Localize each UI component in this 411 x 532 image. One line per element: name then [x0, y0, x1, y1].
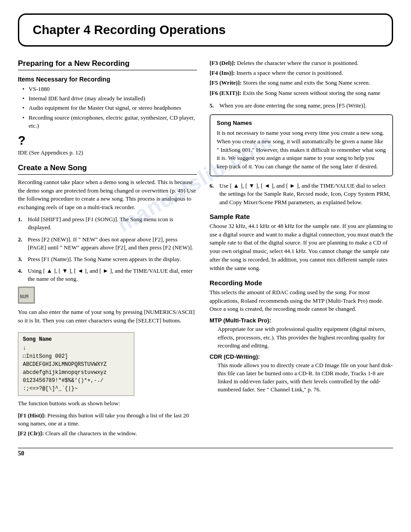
screen-line-3: abcdefghijklmnopqrstuvwxyz — [23, 369, 129, 377]
song-name-screen: Song Name ↓ □InitSong 002] ABCDEFGHIJKLM… — [18, 332, 134, 396]
f6-key: [F6 (EXIT)]: — [210, 90, 241, 96]
icon-note: You can also enter the name of your song… — [18, 308, 197, 325]
sample-rate-title: Sample Rate — [210, 213, 393, 220]
ide-text: IDE (See Appendices p. 12) — [18, 149, 197, 157]
list-item: Audio equipment for the Master Out signa… — [22, 104, 197, 112]
chapter-title: Chapter 4 Recording Operations — [33, 23, 226, 37]
question-mark-icon: ? — [18, 133, 197, 148]
svg-text:NUM: NUM — [20, 294, 29, 299]
fn-f3: [F3 (Del)]: Deletes the character where … — [210, 59, 393, 67]
fn-f2: [F2 (Clr)]: Clears all the characters in… — [18, 429, 197, 438]
step-2: 2. Press [F2 (NEW)]. If " NEW" does not … — [18, 236, 197, 252]
recording-mode-title: Recording Mode — [210, 279, 393, 287]
fn-f5: [F5 (Write)]: Stores the song name and e… — [210, 79, 393, 87]
cdr-title: CDR (CD-Writing): — [210, 353, 393, 360]
f1-key: [F1 (Hist)]: — [18, 412, 46, 419]
mtp-text: Appropriate for use with professional qu… — [210, 325, 393, 350]
sample-rate-text: Choose 32 kHz, 44.1 kHz or 48 kHz for th… — [210, 222, 393, 273]
song-names-text: It is not necessary to name your song ev… — [217, 129, 386, 171]
left-column: Preparing for a New Recording Items Nece… — [18, 59, 197, 440]
chapter-box: Chapter 4 Recording Operations — [18, 13, 393, 47]
f5-desc: Stores the song name and exits the Song … — [243, 79, 370, 86]
screen-line-5: :;<=>?@[\]^_`{|}~ — [23, 385, 129, 393]
f5-key: [F5 (Write)]: — [210, 79, 242, 86]
f2-key: [F2 (Clr)]: — [18, 430, 44, 437]
list-item: VS-1880 — [22, 85, 197, 93]
step-6: 6. Use [ ▲ ], [ ▼ ], [ ◄ ], and [ ► ], a… — [210, 182, 393, 206]
song-names-box: Song Names It is not necessary to name y… — [210, 114, 393, 176]
items-list: VS-1880 Internal IDE hard drive (may alr… — [18, 85, 197, 130]
cdr-text: This mode allows you to directly create … — [210, 361, 393, 394]
screen-title: Song Name — [23, 335, 129, 343]
step-5: 5. When you are done entering the song n… — [210, 102, 393, 110]
right-column: [F3 (Del)]: Deletes the character where … — [210, 59, 393, 440]
fn-f6: [F6 (EXIT)]: Exits the Song Name screen … — [210, 89, 393, 97]
screen-line-1: □InitSong 002] — [23, 352, 129, 360]
list-item: Internal IDE hard drive (may already be … — [22, 94, 197, 103]
create-intro: Recording cannot take place when a demo … — [18, 178, 197, 212]
f3-key: [F3 (Del)]: — [210, 60, 235, 66]
step-4: 4. Using [ ▲ ], [ ▼ ], [ ◄ ], and [ ► ],… — [18, 267, 197, 283]
section-divider-1 — [18, 70, 197, 70]
list-item: Recording source (microphones, electric … — [22, 114, 197, 130]
subsection1-title: Items Necessary for Recording — [18, 76, 197, 83]
section2-title: Create a New Song — [18, 163, 197, 172]
f4-key: [F4 (Ins)]: — [210, 69, 235, 76]
section-divider-2 — [18, 174, 197, 175]
f6-desc: Exits the Song Name screen without stori… — [243, 90, 380, 96]
fn-f4: [F4 (Ins)]: Inserts a space where the cu… — [210, 69, 393, 77]
screen-line-0: ↓ — [23, 344, 129, 352]
step-1: 1. Hold [SHIFT] and press [F1 (SONG)]. T… — [18, 215, 197, 232]
fn-intro: The function buttons work as shown below… — [18, 399, 197, 408]
fn-f1: [F1 (Hist)]: Pressing this button will t… — [18, 412, 197, 428]
page-number: 50 — [18, 448, 393, 457]
section1-title: Preparing for a New Recording — [18, 59, 197, 68]
numerics-icon: NUM — [18, 287, 197, 305]
screen-line-2: ABCDEFGHIJKLMNOPQRSTUVWXYZ — [23, 360, 129, 369]
f2-desc: Clears all the characters in the window. — [45, 430, 137, 437]
step-3: 3. Press [F1 (Name)]. The Song Name scre… — [18, 255, 197, 263]
f3-desc: Deletes the character where the cursor i… — [237, 60, 358, 66]
song-names-title: Song Names — [217, 120, 386, 126]
main-content: Preparing for a New Recording Items Nece… — [18, 59, 393, 440]
f4-desc: Inserts a space where the cursor is posi… — [236, 69, 343, 76]
mtp-title: MTP (Multi-Track Pro): — [210, 317, 393, 324]
screen-line-4: 0123456789!"#$%&'()*+,-./ — [23, 377, 129, 385]
recording-mode-text: This selects the amount of RDAC coding u… — [210, 288, 393, 314]
